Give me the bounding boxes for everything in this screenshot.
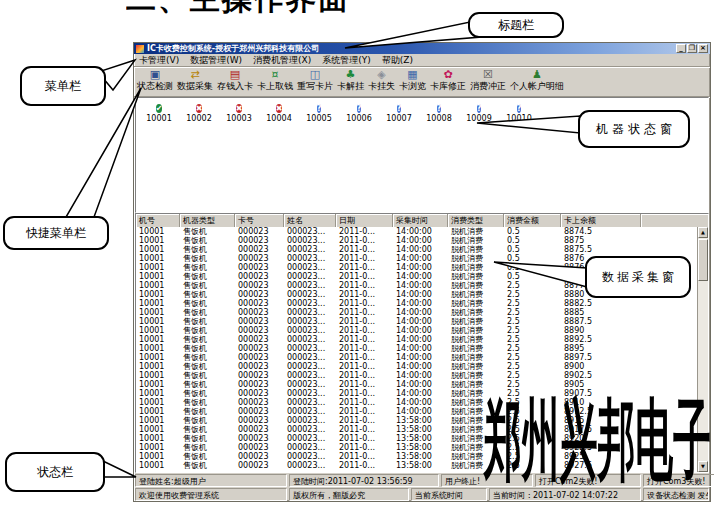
- column-header[interactable]: 日期: [336, 214, 393, 227]
- toolbar-button[interactable]: ♣ 卡解挂: [335, 68, 366, 91]
- cell-name: 000023...: [284, 461, 336, 470]
- cell-name: 000023...: [284, 299, 336, 308]
- cell-balance: 8890: [561, 326, 641, 335]
- cell-collect-time: 13:58:00: [393, 425, 448, 434]
- cell-machine-no: 10001: [136, 398, 180, 407]
- cell-date: 2011-0...: [336, 299, 393, 308]
- cell-card-no: 000023: [235, 236, 284, 245]
- cell-machine-type: 售饭机: [180, 290, 235, 299]
- cell-name: 000023...: [284, 308, 336, 317]
- toolbar-button[interactable]: ⇄ 数据采集: [175, 68, 215, 91]
- cell-consume-type: 脱机消费: [448, 326, 504, 335]
- machine-item[interactable]: ? 10008: [419, 103, 459, 123]
- close-button[interactable]: ×: [698, 44, 708, 53]
- minimize-button[interactable]: _: [676, 44, 686, 53]
- toolbar-button[interactable]: ◫ 重写卡片: [295, 68, 335, 91]
- machine-id-label: 10006: [339, 114, 379, 123]
- callout-line-status-bar: [103, 461, 136, 477]
- column-header[interactable]: 消费类型: [448, 214, 504, 227]
- cell-consume-type: 脱机消费: [448, 371, 504, 380]
- cell-date: 2011-0...: [336, 308, 393, 317]
- cell-date: 2011-0...: [336, 425, 393, 434]
- toolbar-button[interactable]: ¤ 卡上取钱: [255, 68, 295, 91]
- table-row[interactable]: 10001 售饭机 000023 000023... 2011-0... 14:…: [136, 326, 697, 335]
- menu-item[interactable]: 帮助(Z): [382, 54, 413, 67]
- table-row[interactable]: 10001 售饭机 000023 000023... 2011-0... 14:…: [136, 308, 697, 317]
- machine-item[interactable]: ? 10005: [299, 103, 339, 123]
- cell-name: 000023...: [284, 416, 336, 425]
- cell-collect-time: 14:00:00: [393, 380, 448, 389]
- window-title-bar[interactable]: IC卡收费控制系统-授权于郑州兴邦科技有限公司 _ ❐ ×: [134, 43, 710, 54]
- callout-title-bar: 标题栏: [468, 12, 564, 38]
- menu-item[interactable]: 卡管理(V): [139, 54, 179, 67]
- menu-item[interactable]: 消费机管理(X): [253, 54, 311, 67]
- toolbar: ▣ 状态检测 ⇄ 数据采集 ▤ 存钱入卡 ¤ 卡上取钱: [134, 67, 710, 97]
- machine-item[interactable]: ? 10006: [339, 103, 379, 123]
- column-header[interactable]: 采集时间: [393, 214, 448, 227]
- table-row[interactable]: 10001 售饭机 000023 000023... 2011-0... 14:…: [136, 227, 697, 236]
- table-row[interactable]: 10001 售饭机 000023 000023... 2011-0... 14:…: [136, 371, 697, 380]
- machine-item[interactable]: ✖ 10004: [259, 103, 299, 123]
- toolbar-button[interactable]: ▤ 存钱入卡: [215, 68, 255, 91]
- menu-item[interactable]: 数据管理(W): [190, 54, 242, 67]
- toolbar-button[interactable]: ☒ 消费冲正: [468, 68, 508, 91]
- table-row[interactable]: 10001 售饭机 000023 000023... 2011-0... 14:…: [136, 335, 697, 344]
- cell-machine-type: 售饭机: [180, 371, 235, 380]
- column-header[interactable]: 姓名: [284, 214, 336, 227]
- cell-card-no: 000023: [235, 434, 284, 443]
- toolbar-button-label: 个人帐户明细: [510, 81, 564, 91]
- table-row[interactable]: 10001 售饭机 000023 000023... 2011-0... 14:…: [136, 344, 697, 353]
- cell-name: 000023...: [284, 425, 336, 434]
- column-header[interactable]: 卡上余额: [561, 214, 641, 227]
- cell-machine-no: 10001: [136, 461, 180, 470]
- cell-card-no: 000023: [235, 245, 284, 254]
- table-row[interactable]: 10001 售饭机 000023 000023... 2011-0... 14:…: [136, 353, 697, 362]
- cell-consume-type: 脱机消费: [448, 299, 504, 308]
- machine-item[interactable]: ? 10010: [499, 103, 539, 123]
- column-header[interactable]: 消费金额: [504, 214, 561, 227]
- column-header[interactable]: 卡号: [235, 214, 284, 227]
- table-row[interactable]: 10001 售饭机 000023 000023... 2011-0... 14:…: [136, 362, 697, 371]
- table-row[interactable]: 10001 售饭机 000023 000023... 2011-0... 14:…: [136, 236, 697, 245]
- machine-item[interactable]: ✖ 10003: [219, 103, 259, 123]
- toolbar-button[interactable]: ◈ 卡挂失: [366, 68, 397, 91]
- column-header[interactable]: 机器类型: [180, 214, 235, 227]
- scroll-up-icon[interactable]: ▲: [698, 227, 708, 238]
- cell-amount: 0.5: [504, 245, 561, 254]
- cell-amount: 2.5: [504, 353, 561, 362]
- cell-balance: 8887.5: [561, 317, 641, 326]
- table-row[interactable]: 10001 售饭机 000023 000023... 2011-0... 14:…: [136, 245, 697, 254]
- window-title-text: IC卡收费控制系统-授权于郑州兴邦科技有限公司: [147, 43, 676, 54]
- toolbar-button[interactable]: ▦ 卡浏览: [397, 68, 428, 91]
- toolbar-button[interactable]: ♟ 个人帐户明细: [508, 68, 566, 91]
- cell-balance: 8897.5: [561, 353, 641, 362]
- restore-button[interactable]: ❐: [687, 44, 697, 53]
- machine-item[interactable]: ? 10007: [379, 103, 419, 123]
- cell-machine-no: 10001: [136, 371, 180, 380]
- toolbar-button-icon: ◈: [377, 68, 385, 81]
- status-copyright: 版权所有，翻版必究: [289, 488, 409, 501]
- cell-card-no: 000023: [235, 290, 284, 299]
- machine-item[interactable]: ? 10009: [459, 103, 499, 123]
- scrollbar-thumb[interactable]: [698, 239, 708, 281]
- table-row[interactable]: 10001 售饭机 000023 000023... 2011-0... 14:…: [136, 317, 697, 326]
- toolbar-button[interactable]: ✿ 卡库修正: [428, 68, 468, 91]
- cell-consume-type: 脱机消费: [448, 245, 504, 254]
- cell-amount: 0.5: [504, 254, 561, 263]
- cell-amount: 0.5: [504, 263, 561, 272]
- machine-item[interactable]: ✖ 10002: [179, 103, 219, 123]
- cell-machine-type: 售饭机: [180, 317, 235, 326]
- menu-item[interactable]: 系统管理(Y): [322, 54, 371, 67]
- cell-date: 2011-0...: [336, 245, 393, 254]
- toolbar-button[interactable]: ▣ 状态检测: [135, 68, 175, 91]
- cell-machine-no: 10001: [136, 308, 180, 317]
- machine-item[interactable]: ✔ 10001: [139, 103, 179, 123]
- cell-collect-time: 14:00:00: [393, 317, 448, 326]
- cell-date: 2011-0...: [336, 326, 393, 335]
- column-header[interactable]: 机号: [136, 214, 180, 227]
- table-row[interactable]: 10001 售饭机 000023 000023... 2011-0... 14:…: [136, 299, 697, 308]
- machine-status-icon: ?: [357, 104, 362, 113]
- cell-name: 000023...: [284, 389, 336, 398]
- cell-machine-type: 售饭机: [180, 245, 235, 254]
- cell-collect-time: 14:00:00: [393, 263, 448, 272]
